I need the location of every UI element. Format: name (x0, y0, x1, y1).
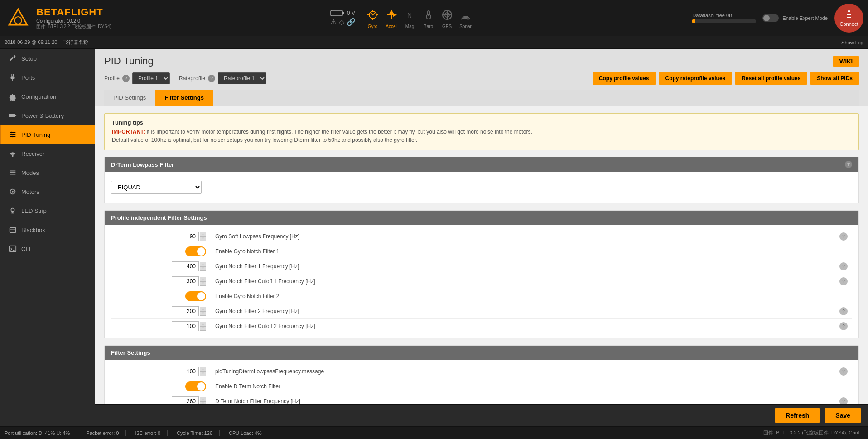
gyro-notch2-cutoff-help[interactable]: ? (839, 322, 848, 330)
gyro-notch1-cutoff-area: ▲ ▼ (116, 276, 206, 286)
reset-profile-button[interactable]: Reset all profile values (735, 72, 807, 85)
show-log-button[interactable]: Show Log (841, 40, 863, 45)
filter-content: Tuning tips IMPORTANT: It is important t… (95, 106, 868, 404)
enable-dterm-notch-label: Enable D Term Notch Filter (215, 383, 848, 390)
gyro-notch1-freq-down[interactable]: ▼ (200, 266, 206, 271)
rateprofile-help-icon[interactable]: ? (208, 75, 215, 82)
sidebar-item-configuration[interactable]: Configuration (0, 87, 95, 106)
header: BETAFLIGHT Configurator: 10.2.0 固件: BTFL… (0, 0, 868, 36)
brand-name: BETAFLIGHT (36, 6, 111, 18)
svg-marker-13 (393, 14, 396, 16)
gyro-notch1-freq-input[interactable] (172, 261, 199, 271)
svg-rect-30 (15, 115, 16, 116)
sidebar-item-receiver[interactable]: Receiver (0, 144, 95, 163)
dterm-lowpass-freq-up[interactable]: ▲ (200, 367, 206, 371)
wiki-button[interactable]: WIKI (833, 56, 859, 67)
gyro-label: Gyro (368, 24, 378, 29)
gyro-notch1-cutoff-input[interactable] (172, 276, 199, 286)
dterm-filter-select[interactable]: BIQUAD PT1 PT2 (111, 181, 202, 194)
tab-filter-settings[interactable]: Filter Settings (155, 90, 213, 106)
gyro-soft-lowpass-down[interactable]: ▼ (200, 236, 206, 241)
show-pids-button[interactable]: Show all PIDs (810, 72, 859, 85)
gyro-notch2-freq-up[interactable]: ▲ (200, 307, 206, 311)
dterm-notch-freq-input[interactable] (172, 396, 199, 404)
connect-button[interactable]: Connect (834, 4, 863, 33)
logo-text-area: BETAFLIGHT Configurator: 10.2.0 固件: BTFL… (36, 6, 111, 30)
gyro-notch2-cutoff-up[interactable]: ▲ (200, 322, 206, 326)
svg-rect-46 (10, 228, 16, 233)
dterm-lowpass-help[interactable]: ? (845, 161, 852, 168)
dterm-lowpass-freq-area: ▲ ▼ (116, 367, 206, 376)
plug-icon (9, 73, 17, 82)
rateprofile-select[interactable]: Rateprofile 1 Rateprofile 2 Rateprofile … (218, 72, 266, 84)
sidebar-ports-label: Ports (21, 74, 35, 81)
gyro-notch1-freq-up[interactable]: ▲ (200, 262, 206, 266)
copy-profile-button[interactable]: Copy profile values (593, 72, 656, 85)
gyro-notch2-cutoff-down[interactable]: ▼ (200, 326, 206, 331)
gyro-soft-lowpass-up[interactable]: ▲ (200, 232, 206, 236)
sidebar-receiver-label: Receiver (21, 150, 44, 157)
list-icon (9, 169, 17, 177)
gyro-soft-lowpass-help[interactable]: ? (839, 232, 848, 241)
enable-gyro-notch1-toggle[interactable] (185, 246, 206, 256)
sidebar-item-pid-tuning[interactable]: PID Tuning (0, 125, 95, 144)
dterm-lowpass-title: D-Term Lowpass Filter (111, 161, 174, 168)
dterm-lowpass-freq-input[interactable] (172, 367, 199, 376)
gyro-soft-lowpass-input[interactable] (172, 232, 199, 241)
tabs: PID Settings Filter Settings (104, 90, 859, 106)
copy-rateprofile-button[interactable]: Copy rateprofile values (659, 72, 732, 85)
gyro-notch1-cutoff-up[interactable]: ▲ (200, 277, 206, 281)
sidebar-item-modes[interactable]: Modes (0, 163, 95, 182)
toggle-knob (763, 15, 770, 21)
svg-rect-28 (12, 79, 13, 81)
gyro-notch2-freq-label: Gyro Notch Filter 2 Frequency [Hz] (215, 308, 836, 314)
gyro-notch2-freq-help[interactable]: ? (839, 307, 848, 315)
sidebar-item-motors[interactable]: Motors (0, 182, 95, 201)
gyro-notch1-freq-area: ▲ ▼ (116, 261, 206, 271)
gyro-notch1-cutoff-help[interactable]: ? (839, 277, 848, 285)
gyro-notch2-freq-input[interactable] (172, 306, 199, 316)
gyro-notch1-freq-help[interactable]: ? (839, 262, 848, 270)
gyro-notch2-cutoff-input[interactable] (172, 321, 199, 331)
filter-row-dterm-lowpass-freq: ▲ ▼ pidTuningDtermLowpassFrequency.messa… (111, 364, 852, 379)
profile-select[interactable]: Profile 1 Profile 2 Profile 3 (132, 72, 170, 84)
save-button[interactable]: Save (825, 408, 861, 423)
title-row: PID Tuning WIKI (104, 55, 859, 67)
main-content: PID Tuning WIKI Profile ? Profile 1 Prof… (95, 49, 868, 426)
expert-mode-toggle[interactable] (762, 14, 779, 22)
i2c-error-status: I2C error: 0 (135, 430, 168, 436)
svg-marker-12 (390, 10, 393, 13)
filter-row-enable-gyro-notch1: Enable Gyro Notch Filter 1 (111, 244, 852, 259)
sensor-accel: Accel (383, 7, 400, 29)
filter-row-gyro-soft-lowpass: ▲ ▼ Gyro Soft Lowpass Frequency [Hz] ? (111, 229, 852, 244)
gps-label: GPS (442, 24, 452, 29)
dterm-lowpass-freq-help[interactable]: ? (839, 367, 848, 376)
gyro-notch2-freq-spinner: ▲ ▼ (200, 307, 206, 316)
sidebar-item-setup[interactable]: Setup (0, 49, 95, 68)
sidebar-item-ports[interactable]: Ports (0, 68, 95, 87)
filter-settings-section: Filter Settings ▲ ▼ pidTuningDtermLowpas… (104, 345, 859, 404)
sidebar-item-led-strip[interactable]: LED Strip (0, 201, 95, 220)
betaflight-logo-icon (5, 7, 32, 29)
sidebar-item-cli[interactable]: CLI (0, 239, 95, 258)
enable-dterm-notch-toggle[interactable] (185, 381, 206, 391)
gyro-notch2-freq-down[interactable]: ▼ (200, 311, 206, 316)
header-right: Dataflash: free 0B Enable Expert Mode Co… (692, 4, 863, 33)
gyro-notch1-cutoff-down[interactable]: ▼ (200, 281, 206, 286)
dterm-lowpass-freq-down[interactable]: ▼ (200, 371, 206, 376)
profile-help-icon[interactable]: ? (122, 75, 130, 82)
dterm-notch-freq-up[interactable]: ▲ (200, 397, 206, 401)
sidebar-item-power-battery[interactable]: Power & Battery (0, 106, 95, 125)
dterm-notch-freq-help[interactable]: ? (839, 397, 848, 404)
refresh-button[interactable]: Refresh (775, 408, 820, 423)
profile-group: Profile ? Profile 1 Profile 2 Profile 3 (104, 72, 170, 84)
tab-pid-settings[interactable]: PID Settings (104, 90, 155, 106)
sidebar-item-blackbox[interactable]: Blackbox (0, 220, 95, 239)
sidebar-cli-label: CLI (21, 246, 30, 252)
expert-mode-area[interactable]: Enable Expert Mode (762, 14, 828, 22)
enable-gyro-notch2-toggle[interactable] (185, 291, 206, 301)
sidebar-configuration-label: Configuration (21, 93, 56, 100)
svg-point-37 (12, 155, 14, 157)
sensor-icons: Gyro Accel N (365, 7, 474, 29)
filter-row-dterm-notch-freq: ▲ ▼ D Term Notch Filter Frequency [Hz] ? (111, 394, 852, 404)
